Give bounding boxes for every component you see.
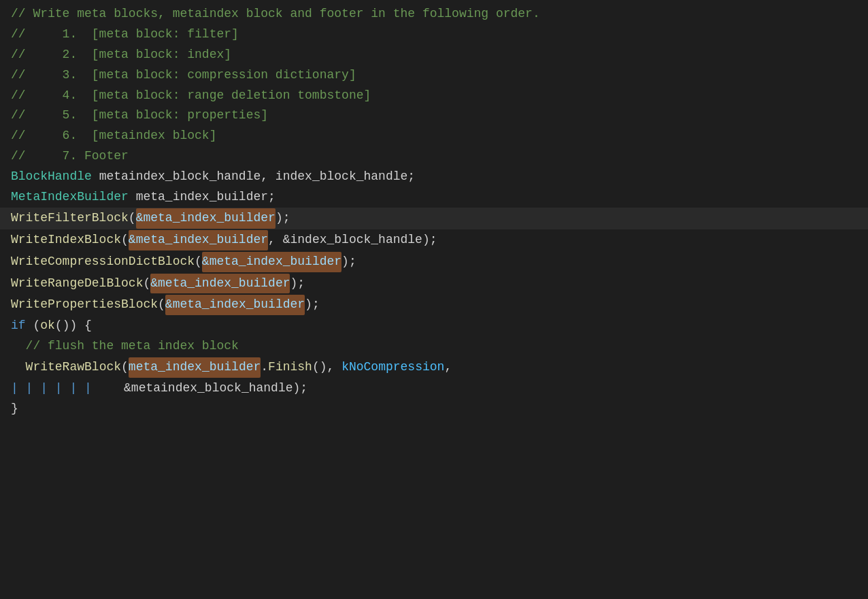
highlighted-variable: &meta_index_builder <box>136 208 276 229</box>
plain-token: ( <box>158 295 165 314</box>
function-token: WriteFilterBlock <box>11 209 129 228</box>
highlighted-variable: &meta_index_builder <box>165 295 305 315</box>
code-line: // 4. [meta block: range deletion tombst… <box>0 86 868 106</box>
type-token: BlockHandle <box>11 167 92 187</box>
plain-token: ( <box>143 274 150 293</box>
plain-token: , &index_block_handle); <box>268 231 437 250</box>
comment-text: // 5. [meta block: properties] <box>11 106 268 125</box>
function-token: Finish <box>268 358 312 377</box>
plain-token: ); <box>341 253 356 272</box>
code-editor: // Write meta blocks, metaindex block an… <box>0 0 868 423</box>
code-line: // 5. [meta block: properties] <box>0 106 868 126</box>
code-line: // 7. Footer <box>0 146 868 167</box>
plain-token: ()) { <box>55 317 92 336</box>
highlighted-variable: &meta_index_builder <box>150 274 290 294</box>
type-token: MetaIndexBuilder <box>11 188 129 207</box>
plain-token: ( <box>195 253 202 272</box>
plain-token: ); <box>276 209 290 228</box>
highlighted-variable: &meta_index_builder <box>129 230 268 250</box>
plain-token: ( <box>121 231 129 250</box>
function-token: ok <box>40 317 55 336</box>
code-line: // 6. [metaindex block] <box>0 126 868 146</box>
plain-token: ( <box>129 209 136 228</box>
function-token: WriteCompressionDictBlock <box>11 253 195 272</box>
plain-token: ); <box>290 274 305 293</box>
highlighted-variable: meta_index_builder <box>129 357 261 378</box>
comment-text: // 4. [meta block: range deletion tombst… <box>11 86 371 106</box>
code-line: WriteFilterBlock(&meta_index_builder); <box>0 208 868 229</box>
code-line: // 3. [meta block: compression dictionar… <box>0 65 868 86</box>
code-line: BlockHandle metaindex_block_handle, inde… <box>0 167 868 187</box>
plain-token: metaindex_block_handle, index_block_hand… <box>92 167 415 187</box>
comment-text: // 6. [metaindex block] <box>11 127 216 146</box>
code-line: // Write meta blocks, metaindex block an… <box>0 4 868 25</box>
code-line: // 2. [meta block: index] <box>0 45 868 65</box>
comment-text: // Write meta blocks, metaindex block an… <box>11 5 540 24</box>
plain-token: (), <box>312 358 341 377</box>
plain-token: . <box>261 358 268 377</box>
comment-text: // 1. [meta block: filter] <box>11 25 239 44</box>
plain-token: , <box>444 358 452 377</box>
code-line: MetaIndexBuilder meta_index_builder; <box>0 187 868 208</box>
function-token: WritePropertiesBlock <box>11 295 158 314</box>
plain-token: ( <box>26 317 41 336</box>
highlighted-variable: &meta_index_builder <box>202 252 341 272</box>
constant-token: kNoCompression <box>341 358 444 377</box>
code-line: WriteCompressionDictBlock(&meta_index_bu… <box>0 251 868 273</box>
plain-token: ); <box>305 295 320 314</box>
comment-text: // 3. [meta block: compression dictionar… <box>11 66 356 85</box>
function-token: WriteIndexBlock <box>11 231 121 250</box>
code-line: WriteRawBlock(meta_index_builder.Finish(… <box>0 357 868 378</box>
code-line: | | | | | | &metaindex_block_handle); <box>0 378 868 399</box>
function-token: WriteRawBlock <box>26 358 121 377</box>
code-line: WriteIndexBlock(&meta_index_builder, &in… <box>0 229 868 251</box>
code-line: WritePropertiesBlock(&meta_index_builder… <box>0 294 868 316</box>
comment-text: // flush the meta index block <box>11 337 239 356</box>
code-line: // flush the meta index block <box>0 336 868 357</box>
plain-token <box>11 358 26 377</box>
comment-text: // 7. Footer <box>11 147 129 166</box>
code-line: if (ok()) { <box>0 316 868 336</box>
code-line: // 1. [meta block: filter] <box>0 25 868 45</box>
pipe-marker: | | | | | | <box>11 379 92 398</box>
comment-text: // 2. [meta block: index] <box>11 46 231 65</box>
plain-token: } <box>11 400 18 419</box>
plain-token: ( <box>121 358 129 377</box>
plain-token: &metaindex_block_handle); <box>124 379 307 398</box>
plain-token <box>95 379 124 398</box>
code-line: } <box>0 399 868 419</box>
function-token: WriteRangeDelBlock <box>11 274 143 293</box>
kw-blue-token: if <box>11 317 26 336</box>
code-line: WriteRangeDelBlock(&meta_index_builder); <box>0 273 868 295</box>
plain-token: meta_index_builder; <box>129 188 276 207</box>
